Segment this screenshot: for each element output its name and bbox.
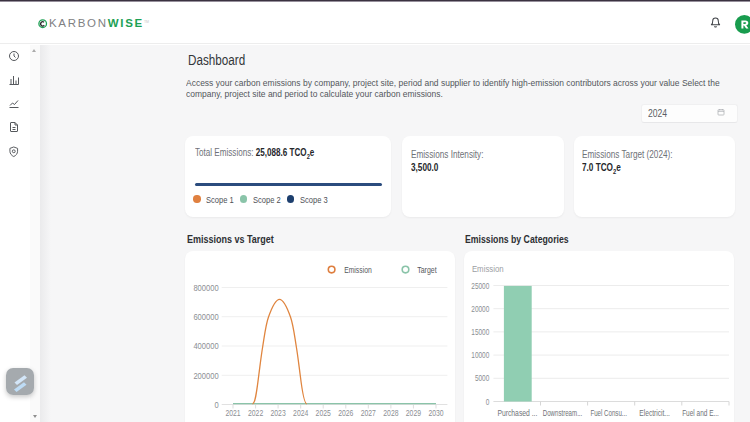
svg-text:25000: 25000 [471,281,489,291]
svg-text:2027: 2027 [361,408,376,418]
svg-text:2028: 2028 [383,408,398,418]
svg-text:2021: 2021 [225,408,240,418]
svg-text:800000: 800000 [193,283,218,293]
svg-text:2025: 2025 [316,408,331,418]
svg-text:2024: 2024 [293,408,308,418]
svg-text:2026: 2026 [338,408,353,418]
svg-text:600000: 600000 [193,312,218,322]
svg-text:Emission: Emission [472,263,504,274]
svg-text:Emission: Emission [344,264,372,275]
svg-text:Fuel Consu...: Fuel Consu... [590,408,627,418]
svg-text:Electricit...: Electricit... [639,408,670,418]
svg-text:10000: 10000 [471,350,489,360]
svg-text:0: 0 [486,397,490,407]
svg-text:200000: 200000 [193,371,218,381]
svg-text:0: 0 [214,400,218,410]
svg-text:5000: 5000 [475,373,490,383]
svg-text:2029: 2029 [406,408,421,418]
svg-text:2023: 2023 [271,408,286,418]
svg-text:400000: 400000 [193,341,218,351]
svg-text:Purchased ...: Purchased ... [497,408,537,418]
svg-text:Downstream...: Downstream... [543,408,583,418]
svg-text:2022: 2022 [248,408,263,418]
svg-text:15000: 15000 [471,327,489,337]
svg-text:Target: Target [417,264,437,275]
svg-text:2030: 2030 [428,408,443,418]
svg-text:20000: 20000 [471,304,489,314]
svg-text:Fuel and E...: Fuel and E... [682,408,719,418]
